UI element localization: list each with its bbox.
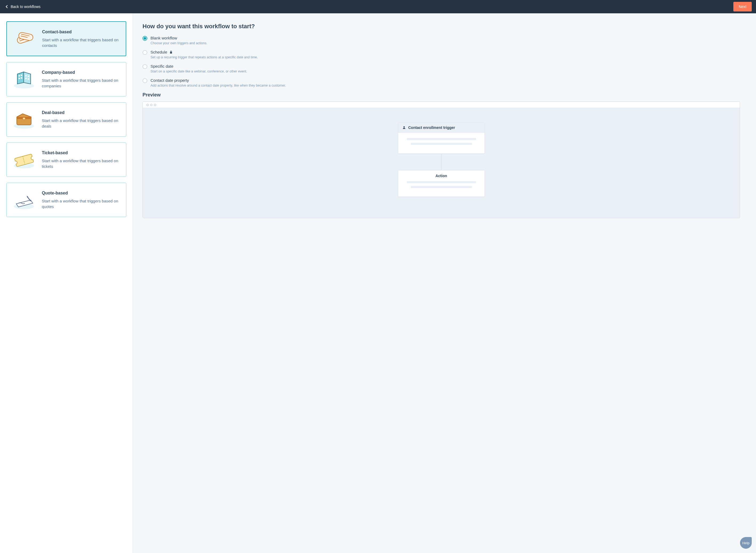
preview-action-label: Action (398, 170, 485, 179)
preview-heading: Preview (143, 92, 740, 98)
card-desc: Start with a workflow that triggers base… (42, 198, 119, 209)
card-title: Deal-based (42, 110, 119, 115)
card-desc: Start with a workflow that triggers base… (42, 118, 119, 129)
main-layout: Contact-based Start with a workflow that… (0, 13, 756, 553)
window-dot-icon (150, 104, 152, 106)
radio-contact-date-property[interactable]: Contact date property Add actions that r… (143, 78, 740, 87)
radio-blank-workflow[interactable]: Blank workflow Choose your own triggers … (143, 36, 740, 45)
radio-indicator (143, 50, 147, 55)
help-button[interactable]: Help (740, 537, 752, 549)
radio-specific-date[interactable]: Specific date Start on a specific date l… (143, 64, 740, 73)
card-ticket-based[interactable]: Ticket-based Start with a workflow that … (6, 143, 126, 177)
radio-desc: Add actions that revolve around a contac… (151, 84, 286, 87)
radio-title: Contact date property (151, 78, 286, 83)
radio-title: Schedule (151, 50, 258, 54)
lock-icon (169, 51, 173, 54)
preview-trigger-label: Contact enrollment trigger (408, 126, 455, 130)
next-button[interactable]: Next (733, 2, 752, 11)
radio-indicator (143, 78, 147, 83)
ticket-illustration-icon (12, 150, 36, 170)
back-button[interactable]: Back to workflows (4, 4, 40, 9)
preview-window-chrome (143, 102, 740, 108)
radio-title: Specific date (151, 64, 247, 69)
panel-heading: How do you want this workflow to start? (143, 23, 740, 30)
radio-indicator (143, 36, 147, 41)
placeholder-line (411, 143, 472, 145)
object-type-panel: Contact-based Start with a workflow that… (0, 13, 133, 553)
preview-connector (441, 154, 441, 170)
window-dot-icon (147, 104, 149, 106)
card-contact-based[interactable]: Contact-based Start with a workflow that… (6, 21, 126, 56)
card-title: Contact-based (42, 29, 119, 34)
preview-canvas: Contact enrollment trigger Action (143, 108, 740, 218)
card-company-based[interactable]: Company-based Start with a workflow that… (6, 62, 126, 96)
card-desc: Start with a workflow that triggers base… (42, 158, 119, 169)
placeholder-line (407, 181, 476, 183)
preview-action-card: Action (398, 170, 485, 197)
preview-trigger-card: Contact enrollment trigger (398, 123, 485, 154)
deal-illustration-icon (12, 109, 36, 130)
contact-illustration-icon (12, 29, 36, 49)
back-label: Back to workflows (11, 5, 40, 9)
card-deal-based[interactable]: Deal-based Start with a workflow that tr… (6, 102, 126, 137)
radio-indicator (143, 64, 147, 69)
card-desc: Start with a workflow that triggers base… (42, 78, 119, 89)
radio-desc: Set up a recurring trigger that repeats … (151, 56, 258, 59)
chevron-left-icon (4, 4, 9, 9)
contact-icon (403, 126, 406, 129)
start-config-panel: How do you want this workflow to start? … (133, 13, 756, 553)
quote-illustration-icon (12, 190, 36, 210)
radio-title: Blank workflow (151, 36, 207, 40)
app-header: Back to workflows Next (0, 0, 756, 13)
card-title: Company-based (42, 70, 119, 75)
placeholder-line (411, 186, 472, 188)
preview-window: Contact enrollment trigger Action (143, 101, 740, 218)
radio-desc: Start on a specific date like a webinar,… (151, 70, 247, 73)
placeholder-line (407, 138, 476, 140)
card-quote-based[interactable]: Quote-based Start with a workflow that t… (6, 183, 126, 217)
card-title: Ticket-based (42, 151, 119, 155)
radio-schedule[interactable]: Schedule Set up a recurring trigger that… (143, 50, 740, 59)
window-dot-icon (154, 104, 156, 106)
radio-desc: Choose your own triggers and actions. (151, 41, 207, 45)
card-title: Quote-based (42, 191, 119, 195)
card-desc: Start with a workflow that triggers base… (42, 37, 119, 48)
company-illustration-icon (12, 69, 36, 89)
